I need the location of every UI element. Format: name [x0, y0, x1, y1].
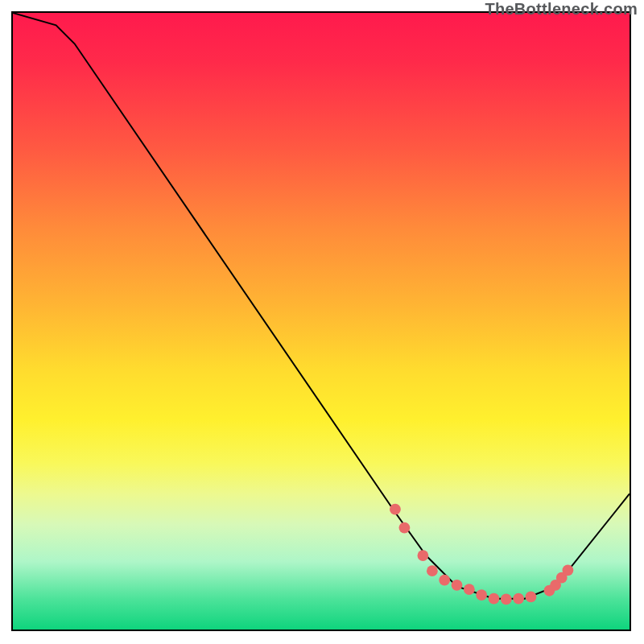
chart-frame: TheBottleneck.com	[0, 0, 644, 644]
bottleneck-curve	[13, 13, 630, 630]
plot-area	[11, 11, 631, 631]
watermark-text: TheBottleneck.com	[485, 0, 638, 19]
